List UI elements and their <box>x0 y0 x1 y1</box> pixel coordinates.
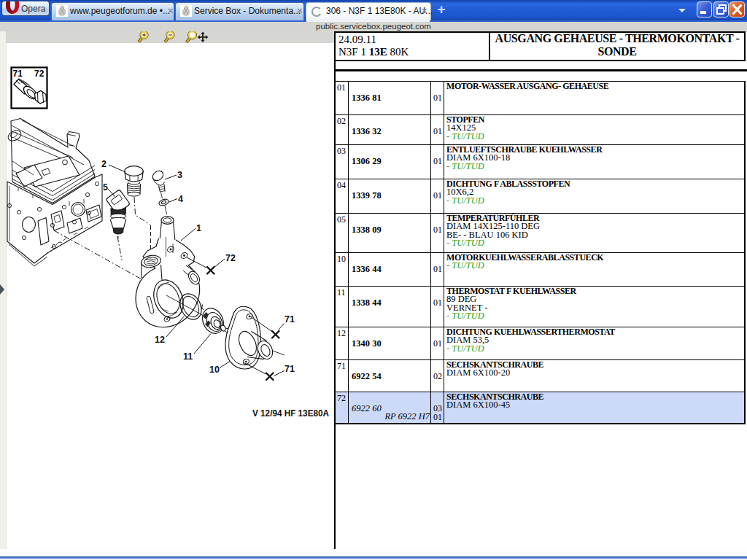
svg-text:72: 72 <box>225 253 236 263</box>
svg-text:71: 71 <box>285 314 295 324</box>
svg-text:4: 4 <box>178 194 183 204</box>
svg-text:V 12/94 HF 13E80A: V 12/94 HF 13E80A <box>252 408 329 419</box>
svg-text:5: 5 <box>103 182 108 192</box>
svg-text:10: 10 <box>209 365 220 375</box>
svg-text:71: 71 <box>285 364 295 374</box>
svg-text:3: 3 <box>177 170 182 180</box>
svg-text:71: 71 <box>13 69 23 79</box>
svg-text:1: 1 <box>196 223 201 233</box>
svg-text:2: 2 <box>101 159 107 169</box>
svg-text:11: 11 <box>183 351 193 362</box>
svg-text:12: 12 <box>155 335 165 345</box>
svg-text:72: 72 <box>34 69 44 79</box>
